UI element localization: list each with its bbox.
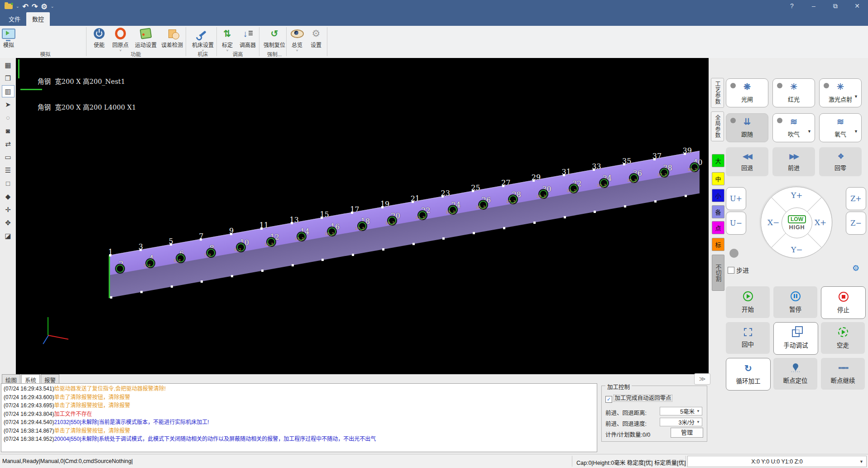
- region-icon[interactable]: ◙: [2, 125, 14, 137]
- jog-x-plus[interactable]: X+: [815, 218, 826, 227]
- motion-settings-button[interactable]: 运动设置: [133, 27, 158, 48]
- layer-button-1[interactable]: 大: [712, 154, 724, 167]
- manage-button[interactable]: 管理: [671, 428, 703, 438]
- overview-button[interactable]: 总览 ˅: [289, 27, 305, 52]
- tab-nc[interactable]: 数控: [26, 12, 50, 26]
- jog-u-plus-button[interactable]: U+: [726, 187, 746, 210]
- oxygen-button[interactable]: ≋▼氧气: [819, 113, 862, 142]
- simulate-button[interactable]: 模拟: [1, 27, 16, 48]
- machine-settings-button[interactable]: 机床设置 ˅: [189, 27, 216, 52]
- open-file-icon[interactable]: [5, 4, 13, 9]
- dry-run-button[interactable]: 空走: [821, 322, 865, 354]
- select-cursor-icon[interactable]: ➤: [2, 98, 14, 111]
- beam-handle: [382, 248, 384, 251]
- layer-button-6[interactable]: 标: [712, 238, 724, 251]
- breakpoint-locate-button[interactable]: 断点定位: [773, 358, 817, 390]
- redo-icon[interactable]: ↷: [32, 2, 38, 11]
- jog-speed-toggle[interactable]: LOW HIGH: [782, 207, 812, 238]
- help-button[interactable]: ?: [781, 2, 803, 10]
- jog-z-plus-button[interactable]: Z+: [846, 187, 866, 210]
- close-button[interactable]: ✕: [846, 2, 868, 10]
- laser-burst-button[interactable]: ✳▼激光点射: [819, 78, 862, 107]
- stop-button[interactable]: 停止: [821, 286, 866, 319]
- beam-handle: [593, 169, 595, 171]
- eraser-icon[interactable]: ◪: [2, 230, 14, 242]
- restore-button[interactable]: ⧉: [825, 2, 846, 10]
- layer-button-7[interactable]: 不切割: [712, 255, 724, 291]
- layer-button-3[interactable]: 小: [712, 189, 724, 202]
- dropdown-caret-icon[interactable]: ▼: [854, 94, 858, 99]
- step-mode-checkbox[interactable]: [728, 267, 734, 274]
- align-center-icon[interactable]: ✛: [2, 203, 14, 216]
- mirror-icon[interactable]: ◆: [2, 190, 14, 203]
- dropdown-caret-icon[interactable]: ▼: [854, 129, 858, 134]
- backward-button[interactable]: ◀◀回退: [726, 147, 768, 176]
- jog-speed-high[interactable]: HIGH: [789, 224, 805, 231]
- shutter-button[interactable]: ❋光闸: [726, 78, 768, 107]
- jog-x-minus[interactable]: X−: [767, 218, 779, 227]
- quick-settings-gear-icon[interactable]: ⚙: [41, 2, 47, 11]
- expand-panel-button[interactable]: ≫: [694, 373, 710, 385]
- frame-loop-icon[interactable]: ▭: [2, 151, 14, 163]
- side-tab-process-params[interactable]: 工艺参数: [711, 78, 724, 108]
- open-rect-icon[interactable]: □: [2, 177, 14, 189]
- blow-air-button[interactable]: ≋▼吹气: [772, 113, 815, 142]
- jog-settings-gear-icon[interactable]: ⚙: [852, 263, 859, 273]
- log-timestamp: (07/24 16:29:44.540): [4, 419, 54, 425]
- open-file-caret-icon[interactable]: ⌄: [16, 4, 19, 9]
- face-part-label: 23_2: [446, 210, 455, 214]
- dashes-icon[interactable]: ☰: [2, 164, 14, 176]
- go-zero-button[interactable]: ✥回零: [819, 147, 862, 176]
- go-center-label: 回中: [742, 339, 754, 348]
- jog-u-minus-button[interactable]: U−: [726, 212, 746, 235]
- error-check-button[interactable]: 误差检测: [159, 27, 185, 48]
- fit-arrows-icon[interactable]: ⇄: [2, 138, 14, 150]
- view-3d-cube-icon[interactable]: ❒: [2, 72, 14, 84]
- shutter-icon: ❋: [726, 82, 768, 92]
- jog-speed-low[interactable]: LOW: [788, 215, 806, 223]
- jog-y-plus[interactable]: Y+: [791, 191, 802, 200]
- auto-return-checkbox[interactable]: ✓: [605, 396, 612, 403]
- pause-button[interactable]: 暂停: [773, 286, 817, 318]
- red-light-button[interactable]: ☀红光: [772, 78, 815, 107]
- viewport-3d[interactable]: 角钢 宽200 X 高200_Nest1 角钢 宽200 X 高200 L400…: [16, 58, 709, 374]
- enable-button[interactable]: 使能: [91, 27, 108, 48]
- layer-button-2[interactable]: 中: [712, 172, 724, 185]
- coords-combobox[interactable]: X:0 Y:0 U:0 Y1:0 Z:0▼: [687, 456, 867, 467]
- side-tab-global-params[interactable]: 全局参数: [711, 111, 724, 141]
- height-controller-button[interactable]: ↓ 调高器: [237, 27, 258, 48]
- manual-debug-button[interactable]: 手动调试: [773, 322, 818, 355]
- view-panel-ruler-icon[interactable]: ▥: [2, 85, 14, 97]
- view-grid-icon[interactable]: ▦: [2, 59, 14, 71]
- beam-handle: [170, 243, 172, 246]
- quick-settings-caret-icon[interactable]: ⌄: [51, 4, 54, 9]
- jog-z-minus-button[interactable]: Z−: [846, 212, 866, 235]
- beam-handle: [684, 153, 686, 155]
- go-origin-button[interactable]: 回原点 ˅: [110, 27, 130, 52]
- start-button[interactable]: 开始: [726, 286, 770, 318]
- go-center-button[interactable]: 回中: [726, 322, 770, 354]
- jog-y-minus[interactable]: Y−: [791, 245, 802, 254]
- circle-select-icon[interactable]: ◌: [2, 111, 14, 124]
- breakpoint-continue-button[interactable]: ╍╍断点继续: [821, 358, 865, 390]
- follow-button[interactable]: ⇊跟随: [726, 113, 768, 142]
- move-icon[interactable]: ✥: [2, 217, 14, 229]
- settings-button[interactable]: ⚙ 设置: [308, 27, 324, 48]
- speed-combobox[interactable]: 3米/分▼: [660, 418, 702, 426]
- force-reset-button[interactable]: ↺ 强制复位: [262, 27, 287, 48]
- beam-handle: [171, 285, 173, 288]
- undo-icon[interactable]: ↶: [23, 2, 29, 11]
- forward-button[interactable]: ▶▶前进: [772, 147, 815, 176]
- loop-arrows-icon: ↻: [744, 364, 752, 373]
- distance-combobox[interactable]: 5毫米▼: [660, 407, 702, 415]
- tab-file[interactable]: 文件: [3, 12, 26, 26]
- beam-top-face[interactable]: [110, 151, 700, 276]
- layer-button-5[interactable]: 点: [712, 221, 724, 234]
- calibrate-button[interactable]: ⇅ 标定 ˅: [219, 27, 235, 52]
- log-timestamp: (07/24 16:29:43.695): [4, 402, 54, 409]
- dropdown-caret-icon[interactable]: ▼: [807, 129, 811, 134]
- layer-button-4[interactable]: 备: [712, 205, 724, 218]
- minimize-button[interactable]: –: [803, 2, 825, 10]
- loop-machining-button[interactable]: ↻循环加工: [726, 358, 771, 391]
- jog-circle[interactable]: Y+ Y− X− X+ LOW HIGH: [761, 187, 832, 258]
